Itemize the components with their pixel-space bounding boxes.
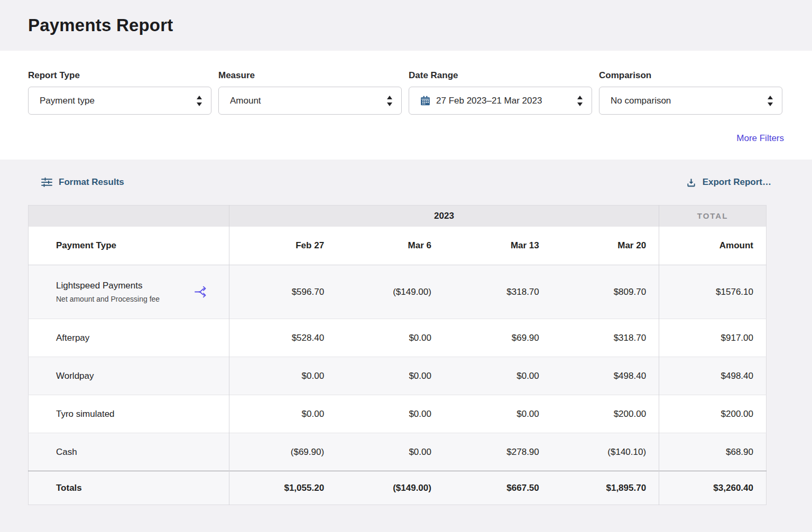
value-cell: $0.00 [444, 395, 552, 433]
column-header-row: Payment Type Feb 27 Mar 6 Mar 13 Mar 20 … [29, 227, 767, 265]
measure-value: Amount [230, 96, 383, 106]
date-range-select[interactable]: 27 Feb 2023–21 Mar 2023 [409, 87, 592, 115]
payment-type-cell: Lightspeed PaymentsNet amount and Proces… [29, 265, 229, 319]
payment-type-cell: Afterpay [29, 319, 229, 357]
table-row: Worldpay$0.00$0.00$0.00$498.40$498.40 [29, 357, 767, 395]
comparison-select[interactable]: No comparison [599, 87, 782, 115]
page-header: Payments Report [0, 0, 812, 51]
row-total-cell: $200.00 [659, 395, 767, 433]
row-total-cell: $68.90 [659, 433, 767, 471]
value-cell: $809.70 [552, 265, 659, 319]
payment-type-text: Tyro simulated [56, 409, 115, 419]
export-report-button[interactable]: Export Report… [686, 177, 771, 188]
year-header: 2023 [229, 206, 659, 227]
comparison-label: Comparison [599, 70, 782, 81]
payment-type-label: Tyro simulated [56, 409, 115, 419]
page-title: Payments Report [28, 15, 173, 35]
value-cell: ($149.00) [337, 265, 444, 319]
corner-cell [29, 206, 229, 227]
table-row: Lightspeed PaymentsNet amount and Proces… [29, 265, 767, 319]
date-column-header: Mar 20 [552, 227, 659, 265]
totals-value-cell: $1,895.70 [552, 471, 659, 505]
date-range-label: Date Range [409, 70, 592, 81]
spinner-arrows-icon [768, 96, 773, 106]
value-cell: $278.90 [444, 433, 552, 471]
payment-type-text: Afterpay [56, 333, 89, 343]
format-results-button[interactable]: Format Results [41, 177, 124, 188]
total-header: TOTAL [659, 206, 767, 227]
results-section: Format Results Export Report… 2023 TOTAL [0, 160, 812, 532]
value-cell: $200.00 [552, 395, 659, 433]
payments-report-table: 2023 TOTAL Payment Type Feb 27 Mar 6 Mar… [28, 205, 767, 505]
report-type-select[interactable]: Payment type [28, 87, 211, 115]
totals-value-cell: ($149.00) [337, 471, 444, 505]
measure-select[interactable]: Amount [218, 87, 402, 115]
download-icon [686, 178, 696, 188]
payment-type-cell: Tyro simulated [29, 395, 229, 433]
spinner-arrows-icon [387, 96, 392, 106]
amount-column-header: Amount [659, 227, 767, 265]
date-column-header: Mar 6 [337, 227, 444, 265]
spinner-arrows-icon [577, 96, 583, 106]
payment-type-label: Lightspeed Payments [56, 281, 160, 291]
payment-type-label: Cash [56, 447, 77, 458]
export-report-label: Export Report… [703, 177, 771, 188]
calendar-icon [420, 96, 430, 106]
value-cell: $0.00 [337, 319, 444, 357]
value-cell: $69.90 [444, 319, 552, 357]
payment-type-sublabel: Net amount and Processing fee [56, 295, 160, 303]
payments-table-body: Lightspeed PaymentsNet amount and Proces… [29, 265, 767, 471]
filters-section: Report Type Payment type Measure Amount … [0, 51, 812, 160]
value-cell: $318.70 [444, 265, 552, 319]
filter-measure: Measure Amount [218, 70, 402, 115]
year-header-row: 2023 TOTAL [29, 206, 767, 227]
value-cell: $0.00 [337, 395, 444, 433]
value-cell: $0.00 [337, 357, 444, 395]
date-column-header: Feb 27 [229, 227, 337, 265]
value-cell: $528.40 [229, 319, 337, 357]
row-total-cell: $1576.10 [659, 265, 767, 319]
row-total-cell: $498.40 [659, 357, 767, 395]
totals-grand-total-cell: $3,260.40 [659, 471, 767, 505]
more-filters-row: More Filters [28, 133, 784, 144]
row-total-cell: $917.00 [659, 319, 767, 357]
payment-type-column-header: Payment Type [29, 227, 229, 265]
sliders-icon [41, 178, 52, 187]
filters-row: Report Type Payment type Measure Amount … [28, 70, 784, 115]
table-row: Cash($69.90)$0.00$278.90($140.10)$68.90 [29, 433, 767, 471]
payment-type-text: Lightspeed PaymentsNet amount and Proces… [56, 281, 160, 303]
report-type-label: Report Type [28, 70, 211, 81]
value-cell: $596.70 [229, 265, 337, 319]
split-branch-icon[interactable] [194, 286, 208, 298]
spinner-arrows-icon [197, 96, 202, 106]
date-column-header: Mar 13 [444, 227, 552, 265]
results-toolbar: Format Results Export Report… [28, 177, 784, 188]
value-cell: $0.00 [444, 357, 552, 395]
comparison-value: No comparison [611, 96, 763, 106]
totals-row: Totals $1,055.20 ($149.00) $667.50 $1,89… [29, 471, 767, 505]
value-cell: $318.70 [552, 319, 659, 357]
measure-label: Measure [218, 70, 402, 81]
table-row: Tyro simulated$0.00$0.00$0.00$200.00$200… [29, 395, 767, 433]
payment-type-label: Worldpay [56, 371, 94, 381]
more-filters-link[interactable]: More Filters [736, 133, 784, 143]
table-row: Afterpay$528.40$0.00$69.90$318.70$917.00 [29, 319, 767, 357]
filter-comparison: Comparison No comparison [599, 70, 782, 115]
payment-type-cell: Worldpay [29, 357, 229, 395]
value-cell: ($69.90) [229, 433, 337, 471]
value-cell: $498.40 [552, 357, 659, 395]
totals-value-cell: $1,055.20 [229, 471, 337, 505]
date-range-value: 27 Feb 2023–21 Mar 2023 [436, 96, 542, 106]
value-cell: $0.00 [229, 395, 337, 433]
value-cell: ($140.10) [552, 433, 659, 471]
totals-value-cell: $667.50 [444, 471, 552, 505]
value-cell: $0.00 [229, 357, 337, 395]
payment-type-cell: Cash [29, 433, 229, 471]
payment-type-label: Afterpay [56, 333, 89, 343]
filter-report-type: Report Type Payment type [28, 70, 211, 115]
format-results-label: Format Results [59, 177, 124, 188]
payment-type-text: Worldpay [56, 371, 94, 381]
value-cell: $0.00 [337, 433, 444, 471]
filter-date-range: Date Range [409, 70, 592, 115]
payment-type-text: Cash [56, 447, 77, 458]
